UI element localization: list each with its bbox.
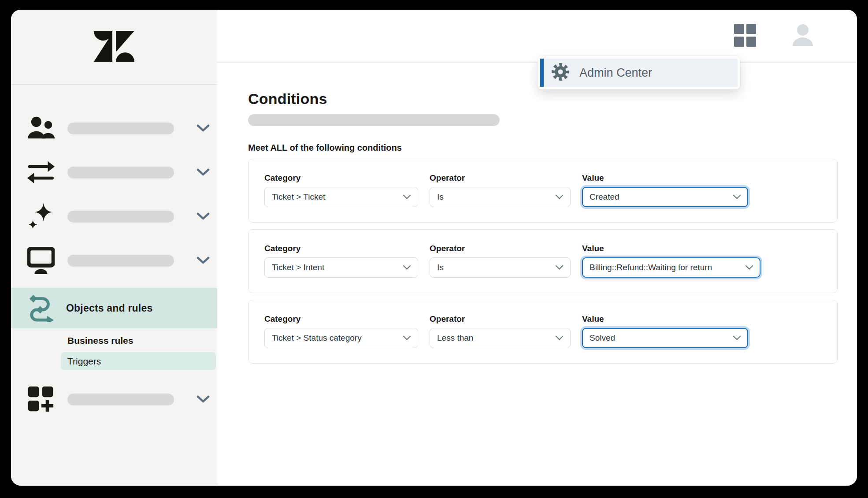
category-select-value: Ticket > Intent [272, 263, 324, 272]
category-select[interactable]: Ticket > Status category [264, 328, 418, 348]
operator-select-value: Is [437, 263, 444, 272]
chevron-down-icon [556, 265, 563, 270]
condition-row: Category Ticket > Intent Operator Is [248, 229, 838, 293]
chevron-down-icon [746, 265, 753, 270]
chevron-down-icon [733, 195, 741, 199]
screenshot-frame: Objects and rules Business rules Trigger… [0, 0, 868, 498]
sidebar-item-objects-and-rules[interactable]: Objects and rules [11, 288, 217, 328]
sidebar: Objects and rules Business rules Trigger… [11, 10, 217, 486]
gear-icon [551, 63, 570, 83]
top-header [217, 10, 857, 63]
app-window: Objects and rules Business rules Trigger… [11, 10, 857, 486]
value-label: Value [582, 244, 760, 253]
value-label: Value [582, 173, 748, 183]
value-label: Value [582, 314, 748, 324]
sidebar-item-apps[interactable] [11, 379, 217, 419]
chevron-down-icon [403, 195, 411, 199]
operator-label: Operator [430, 173, 571, 183]
menu-item-label: Admin Center [579, 66, 652, 80]
category-label: Category [264, 314, 418, 324]
chevron-down-icon [556, 336, 563, 340]
nav-label-placeholder [67, 394, 174, 405]
value-select-value: Billing::Refund::Waiting for return [590, 263, 712, 272]
operator-select[interactable]: Is [430, 257, 571, 278]
page-content: Conditions Meet ALL of the following con… [217, 63, 857, 486]
people-icon [27, 114, 55, 142]
main-area: Admin Center Conditions Meet ALL of the … [217, 10, 857, 486]
conditions-match-text: Meet ALL of the following conditions [248, 143, 857, 153]
zendesk-logo-icon [94, 31, 134, 63]
flow-path-icon [27, 294, 55, 322]
sidebar-item-triggers[interactable]: Triggers [61, 352, 216, 370]
sidebar-group-business-rules[interactable]: Business rules [11, 330, 217, 351]
nav-label-placeholder [67, 211, 174, 223]
chevron-down-icon[interactable] [197, 212, 210, 220]
nav-label-placeholder [67, 123, 174, 134]
condition-row: Category Ticket > Ticket Operator Is [248, 159, 838, 223]
nav-label-placeholder [67, 167, 174, 178]
transfer-arrows-icon [27, 158, 55, 186]
operator-label: Operator [430, 244, 571, 253]
sidebar-item-transfer[interactable] [11, 152, 217, 192]
value-select-value: Solved [590, 333, 615, 343]
chevron-down-icon[interactable] [197, 395, 210, 403]
sparkle-icon [27, 202, 55, 230]
product-tray-grid-icon[interactable] [734, 24, 756, 48]
chevron-down-icon[interactable] [197, 124, 210, 132]
chevron-down-icon[interactable] [197, 168, 210, 176]
sidebar-group-label: Business rules [67, 335, 133, 346]
value-select[interactable]: Solved [582, 328, 748, 348]
sidebar-item-ai[interactable] [11, 197, 217, 236]
chevron-down-icon [403, 265, 411, 270]
value-select[interactable]: Created [582, 187, 748, 207]
subtitle-placeholder [248, 114, 500, 126]
operator-select-value: Is [437, 192, 444, 202]
category-select[interactable]: Ticket > Ticket [264, 187, 418, 207]
active-indicator-bar [540, 59, 544, 87]
operator-select[interactable]: Less than [430, 328, 571, 348]
chevron-down-icon[interactable] [197, 256, 210, 264]
page-title: Conditions [248, 90, 857, 107]
monitor-person-icon [27, 246, 55, 275]
operator-select[interactable]: Is [430, 187, 571, 207]
sidebar-item-people[interactable] [11, 108, 217, 148]
user-avatar-icon[interactable] [791, 24, 814, 48]
chevron-down-icon [556, 195, 563, 199]
value-select[interactable]: Billing::Refund::Waiting for return [582, 257, 760, 278]
logo-section [11, 10, 217, 85]
apps-grid-plus-icon [27, 385, 55, 413]
product-tray-popup: Admin Center [538, 56, 740, 89]
sidebar-nav: Objects and rules Business rules Trigger… [11, 85, 217, 424]
category-label: Category [264, 173, 418, 183]
sidebar-item-label: Objects and rules [66, 302, 152, 314]
value-select-value: Created [590, 192, 619, 202]
category-select-value: Ticket > Ticket [272, 192, 325, 202]
chevron-down-icon [733, 336, 741, 340]
menu-item-admin-center[interactable]: Admin Center [540, 59, 738, 87]
nav-label-placeholder [67, 255, 174, 267]
operator-select-value: Less than [437, 333, 473, 343]
operator-label: Operator [430, 314, 571, 324]
chevron-down-icon [403, 336, 411, 340]
condition-row: Category Ticket > Status category Operat… [248, 300, 838, 364]
sidebar-item-channels[interactable] [11, 241, 217, 280]
category-select[interactable]: Ticket > Intent [264, 257, 418, 278]
category-label: Category [264, 244, 418, 253]
sidebar-item-label: Triggers [67, 356, 101, 367]
category-select-value: Ticket > Status category [272, 333, 362, 343]
